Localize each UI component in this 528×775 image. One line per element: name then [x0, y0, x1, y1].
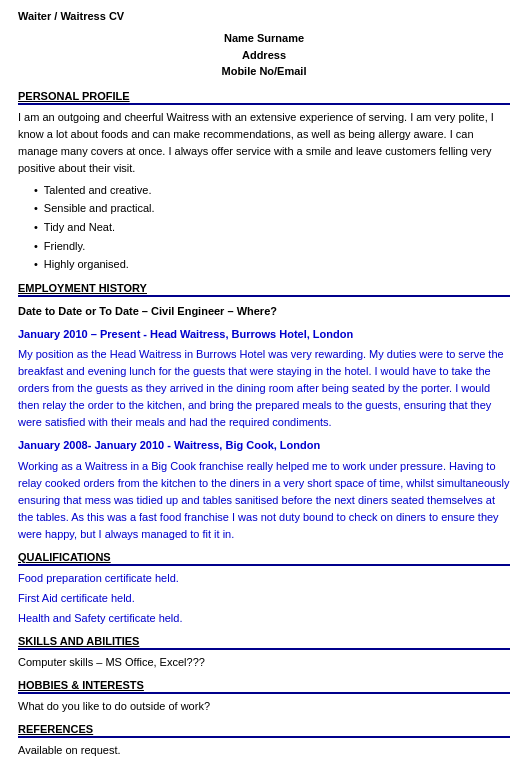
personal-profile-bullets: Talented and creative.Sensible and pract… — [18, 181, 510, 274]
skills-body: Computer skills – MS Office, Excel??? — [18, 654, 510, 671]
employment-history-section: EMPLOYMENT HISTORY Date to Date or To Da… — [18, 282, 510, 543]
qualification-item: Food preparation certificate held. — [18, 570, 510, 587]
header-contact: Mobile No/Email — [18, 63, 510, 80]
skills-section: SKILLS AND ABILITIES Computer skills – M… — [18, 635, 510, 671]
references-body: Available on request. — [18, 742, 510, 759]
page-title: Waiter / Waitress CV — [18, 10, 510, 22]
job-2-body: Working as a Waitress in a Big Cook fran… — [18, 458, 510, 543]
job-entry-1: January 2010 – Present - Head Waitress, … — [18, 326, 510, 431]
bullet-item: Tidy and Neat. — [34, 218, 510, 237]
personal-profile-section: PERSONAL PROFILE I am an outgoing and ch… — [18, 90, 510, 275]
job-2-title: January 2008- January 2010 - Waitress, B… — [18, 437, 510, 454]
qualifications-title: QUALIFICATIONS — [18, 551, 510, 566]
bullet-item: Talented and creative. — [34, 181, 510, 200]
qualifications-section: QUALIFICATIONS Food preparation certific… — [18, 551, 510, 627]
job-entry-2: January 2008- January 2010 - Waitress, B… — [18, 437, 510, 542]
employment-history-title: EMPLOYMENT HISTORY — [18, 282, 510, 297]
references-title: REFERENCES — [18, 723, 510, 738]
employment-history-date-range: Date to Date or To Date – Civil Engineer… — [18, 303, 510, 320]
job-1-title: January 2010 – Present - Head Waitress, … — [18, 326, 510, 343]
hobbies-section: HOBBIES & INTERESTS What do you like to … — [18, 679, 510, 715]
qualifications-items: Food preparation certificate held.First … — [18, 570, 510, 627]
bullet-item: Friendly. — [34, 237, 510, 256]
bullet-item: Highly organised. — [34, 255, 510, 274]
personal-profile-body: I am an outgoing and cheerful Waitress w… — [18, 109, 510, 275]
hobbies-body: What do you like to do outside of work? — [18, 698, 510, 715]
skills-title: SKILLS AND ABILITIES — [18, 635, 510, 650]
header-address: Address — [18, 47, 510, 64]
personal-profile-title: PERSONAL PROFILE — [18, 90, 510, 105]
bullet-item: Sensible and practical. — [34, 199, 510, 218]
qualification-item: Health and Safety certificate held. — [18, 610, 510, 627]
job-1-body: My position as the Head Waitress in Burr… — [18, 346, 510, 431]
header-name: Name Surname — [18, 30, 510, 47]
references-section: REFERENCES Available on request. — [18, 723, 510, 759]
cv-header: Name Surname Address Mobile No/Email — [18, 30, 510, 80]
hobbies-title: HOBBIES & INTERESTS — [18, 679, 510, 694]
qualification-item: First Aid certificate held. — [18, 590, 510, 607]
